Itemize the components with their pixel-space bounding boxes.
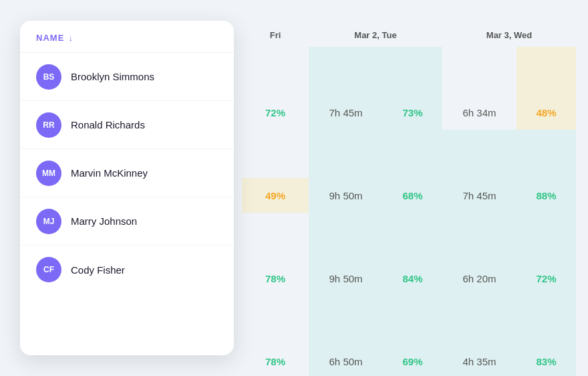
data-panel: Fri Mar 2, Tue Mar 3, Wed 72% 7h 45m 73%… [242,21,576,355]
d2-time-cell: 7h 45m [442,178,517,213]
fri-pct-cell: 49% [242,178,309,213]
name-row[interactable]: MM Marvin McKinney [20,149,234,197]
col-header-date1: Mar 2, Tue [309,21,442,47]
name-row[interactable]: CF Cody Fisher [20,246,234,294]
grid-header-row: Fri Mar 2, Tue Mar 3, Wed [242,21,576,47]
d1-time-cell: 7h 45m [309,95,383,130]
name-panel: NAME ↓ BS Brooklyn Simmons RR Ronald Ric… [20,21,234,355]
d2-time-cell: 6h 34m [442,95,517,130]
d2-pct-cell: 48% [517,95,576,130]
d2-time-cell: 6h 20m [442,261,517,296]
person-name: Brooklyn Simmons [71,71,154,82]
sort-icon[interactable]: ↓ [68,33,73,43]
avatar: RR [36,112,61,138]
avatar: BS [36,64,61,90]
fri-pct-cell: 72% [242,95,309,130]
spacer-row [242,47,576,95]
d1-pct-cell: 69% [383,344,442,376]
person-name: Cody Fisher [71,264,125,276]
person-name: Marvin McKinney [71,167,148,179]
name-list: BS Brooklyn Simmons RR Ronald Richards M… [20,53,234,294]
person-name: Marry Johnson [71,215,137,227]
d2-pct-cell: 72% [517,261,576,296]
data-grid: Fri Mar 2, Tue Mar 3, Wed 72% 7h 45m 73%… [242,21,576,376]
col-header-date2: Mar 3, Wed [442,21,576,47]
name-column-header[interactable]: NAME ↓ [20,21,234,53]
spacer-row [242,213,576,261]
avatar: CF [36,257,61,282]
spacer-row [242,130,576,178]
name-column-label: NAME [36,33,64,43]
name-row[interactable]: BS Brooklyn Simmons [20,53,234,101]
name-row[interactable]: MJ Marry Johnson [20,197,234,246]
d1-time-cell: 9h 50m [309,261,383,296]
d1-pct-cell: 84% [383,261,442,296]
d1-pct-cell: 73% [383,95,442,130]
d1-time-cell: 9h 50m [309,178,383,213]
d2-pct-cell: 83% [517,344,576,376]
avatar: MJ [36,209,61,234]
main-container: NAME ↓ BS Brooklyn Simmons RR Ronald Ric… [20,21,568,355]
fri-pct-cell: 78% [242,344,309,376]
d1-time-cell: 6h 50m [309,344,383,376]
avatar: MM [36,161,61,186]
fri-pct-cell: 78% [242,261,309,296]
data-row: 49% 9h 50m 68% 7h 45m 88% [242,178,576,213]
data-row: 78% 6h 50m 69% 4h 35m 83% [242,344,576,376]
spacer-row [242,296,576,344]
d1-pct-cell: 68% [383,178,442,213]
person-name: Ronald Richards [71,119,145,130]
data-row: 78% 9h 50m 84% 6h 20m 72% [242,261,576,296]
name-row[interactable]: RR Ronald Richards [20,101,234,149]
col-header-fri: Fri [242,21,309,47]
d2-pct-cell: 88% [517,178,576,213]
d2-time-cell: 4h 35m [442,344,517,376]
data-row: 72% 7h 45m 73% 6h 34m 48% [242,95,576,130]
